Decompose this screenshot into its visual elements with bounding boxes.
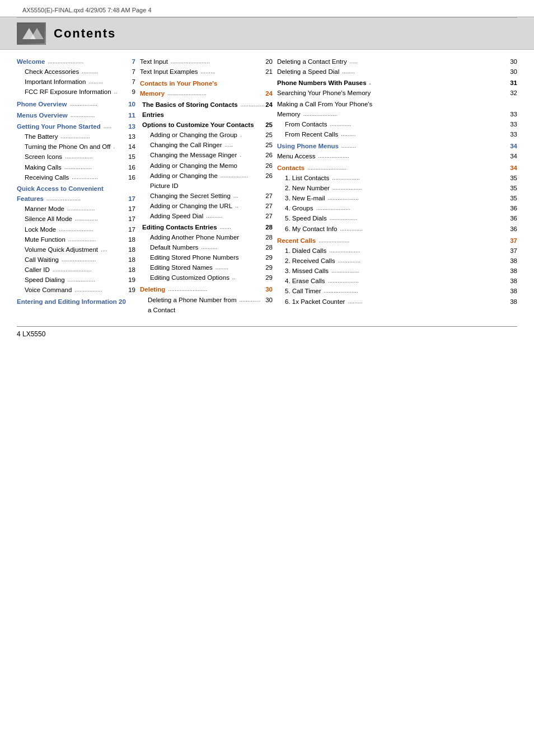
mf-page: 18 <box>128 234 135 245</box>
lc-page: 35 <box>510 173 517 183</box>
au-page: 27 <box>265 201 273 211</box>
cr-label: Changing the Call Ringer <box>150 140 222 150</box>
manner-mode-entry: Manner Mode ................. 17 <box>17 204 135 214</box>
welcome-label: Welcome <box>17 57 45 67</box>
mci-dots: .............. <box>338 224 509 234</box>
sm-page: 32 <box>510 88 517 98</box>
qa-dots: ..................... <box>45 194 127 204</box>
fc-dots: ............. <box>328 119 509 129</box>
text-input-entry: Text Input ........................ 20 <box>140 57 273 67</box>
ma-label: Menu Access <box>277 151 315 161</box>
gs-page: 13 <box>128 121 135 132</box>
dn-label: Default Numbers <box>150 242 198 252</box>
receiving-calls-entry: Receiving Calls ................ 16 <box>17 172 135 182</box>
add-speed-dial-entry: Adding Speed Dial .......... 27 <box>140 211 273 221</box>
rc-page: 16 <box>128 172 135 182</box>
upm-page: 34 <box>510 141 517 151</box>
ece-dots: ....... <box>218 222 265 232</box>
ee-label: Entering and Editing Information <box>17 298 117 305</box>
ece-page: 28 <box>265 222 273 232</box>
nn-page: 35 <box>510 183 517 193</box>
am-label: Adding or Changing the Memo <box>150 161 237 171</box>
dpn-dots: ............. <box>238 295 265 315</box>
mci-label: 6. My Contact Info <box>285 224 337 234</box>
bat-page: 13 <box>128 132 135 142</box>
editing-customized-entry: Editing Customized Options .. 29 <box>140 273 273 283</box>
vq-page: 18 <box>128 245 135 255</box>
del-dots: ........................ <box>166 284 264 294</box>
editing-stored-phones-entry: Editing Stored Phone Numbers 29 <box>140 252 273 262</box>
sd-page: 19 <box>128 275 135 285</box>
ece-label: Editing Contacts Entries <box>142 222 217 232</box>
cid-dots: ........................ <box>51 265 127 275</box>
dce-label: Deleting a Contact Entry <box>277 57 347 67</box>
welcome-dots: ...................... <box>46 57 130 67</box>
battery-entry: The Battery .................. 13 <box>17 132 135 142</box>
rc-dots: ................ <box>70 172 127 182</box>
options-customize-entry: Options to Customize Your Contacts 25 <box>140 120 273 130</box>
editing-stored-names-entry: Editing Stored Names ........ 29 <box>140 262 273 273</box>
mc-page: 16 <box>128 162 135 172</box>
erase-calls-entry: 4. Erase Calls ................... 38 <box>277 276 517 286</box>
ag-dots: . <box>238 130 264 140</box>
footer: 4 LX5550 <box>0 327 534 341</box>
mm-page: 17 <box>128 204 135 214</box>
picture-id-entry: Adding or Changing thePicture ID .......… <box>140 171 273 191</box>
add-phone-num-entry: Adding Another Phone Number 28 <box>140 232 273 242</box>
cp-page: 24 <box>265 88 273 98</box>
ct-dots: ..................... <box>322 286 509 296</box>
cp-dots: ........................ <box>166 88 264 98</box>
tie-label: Text Input Examples <box>140 67 198 77</box>
pc-label: 6. 1x Packet Counter <box>285 297 345 307</box>
bs-label: The Basics of Storing ContactsEntries <box>142 100 238 120</box>
rco-dots: ................... <box>317 236 509 246</box>
lm-page: 17 <box>128 224 135 234</box>
welcome-page: 7 <box>132 57 135 67</box>
del-page: 30 <box>265 284 273 294</box>
eco-dots: .. <box>231 273 264 283</box>
qa-label1: Quick Access to Convenient <box>17 184 104 194</box>
call-waiting-entry: Call Waiting ..................... 18 <box>17 255 135 265</box>
ti-page: 20 <box>265 57 273 67</box>
ct-label: 5. Call Timer <box>285 286 321 296</box>
cp-label2: Memory <box>140 88 165 98</box>
text-input-examples-entry: Text Input Examples ......... 21 <box>140 67 273 77</box>
frc-dots: ......... <box>339 129 509 139</box>
rcc-dots: .............. <box>336 256 509 266</box>
ca-page: 7 <box>132 67 135 77</box>
esp-label: Editing Stored Phone Numbers <box>150 252 239 262</box>
grp-dots: ..................... <box>315 203 509 213</box>
cw-label: Call Waiting <box>25 255 59 265</box>
dce-page: 30 <box>510 57 517 67</box>
mci-page: 36 <box>510 224 517 234</box>
welcome-entry: Welcome ...................... 7 <box>17 57 135 67</box>
asd-label: Adding Speed Dial <box>150 211 203 221</box>
mf-label: Mute Function <box>25 234 65 245</box>
gs-label: Getting Your Phone Started <box>17 121 101 132</box>
phone-overview-entry: Phone Overview ................. 10 <box>17 99 135 109</box>
contents-title: Contents <box>54 26 116 41</box>
dc-label: 1. Dialed Calls <box>285 246 326 256</box>
screen-icons-entry: Screen Icons ................. 15 <box>17 152 135 162</box>
ma-page: 34 <box>510 151 517 161</box>
ton-dots: . <box>111 142 127 152</box>
mc-dots: ................. <box>63 162 127 172</box>
po-dots: ................. <box>68 99 127 109</box>
searching-memory-entry: Searching Your Phone's Memory 32 <box>277 88 517 98</box>
vc-dots: ................. <box>73 285 127 295</box>
ti-label: Text Input <box>140 57 168 67</box>
tie-page: 21 <box>265 67 273 77</box>
fcc-label: FCC RF Exposure Information <box>25 87 111 97</box>
entering-editing-entry: Entering and Editing Information 20 <box>17 297 135 307</box>
groups-entry: 4. Groups ..................... 36 <box>277 203 517 213</box>
ss-dots: ... <box>232 191 264 201</box>
nn-label: 2. New Number <box>285 183 330 193</box>
dn-dots: .......... <box>199 242 264 252</box>
grp-label: 4. Groups <box>285 203 313 213</box>
menu-access-entry: Menu Access ................... 34 <box>277 151 517 161</box>
ag-page: 25 <box>265 130 273 140</box>
co-page: 34 <box>510 163 517 173</box>
spd-dots: ................. <box>328 213 509 223</box>
am-page: 26 <box>265 161 273 171</box>
mca-dots: ..................... <box>302 109 509 119</box>
